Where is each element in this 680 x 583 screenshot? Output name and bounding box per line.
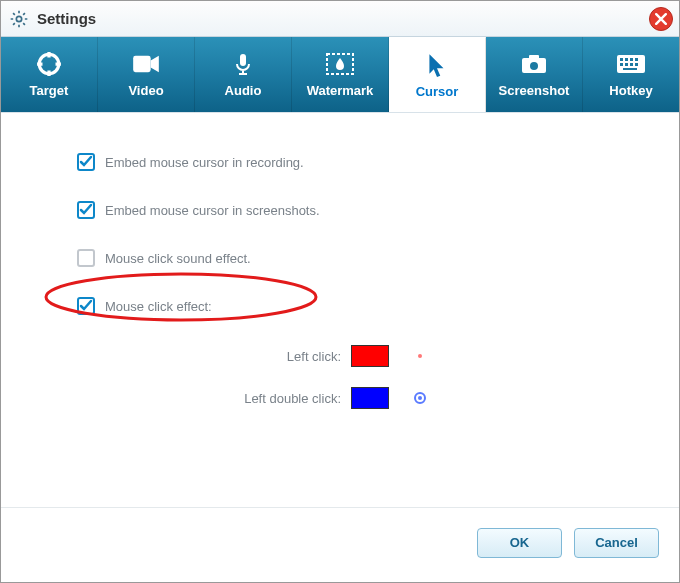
svg-rect-11 [630, 58, 633, 61]
svg-point-20 [418, 396, 422, 400]
tab-watermark[interactable]: Watermark [292, 37, 389, 112]
hotkey-icon [616, 51, 646, 77]
video-icon [131, 51, 161, 77]
window-title: Settings [37, 10, 96, 27]
svg-rect-17 [623, 68, 637, 70]
svg-rect-10 [625, 58, 628, 61]
cursor-settings-panel: Embed mouse cursor in recording. Embed m… [1, 112, 679, 507]
svg-rect-2 [133, 56, 151, 72]
tab-target[interactable]: Target [1, 37, 98, 112]
titlebar: Settings [1, 1, 679, 37]
tab-label: Hotkey [609, 83, 652, 98]
option-embed-recording: Embed mouse cursor in recording. [51, 153, 629, 171]
tab-label: Audio [225, 83, 262, 98]
svg-point-7 [530, 62, 538, 70]
tab-screenshot[interactable]: Screenshot [486, 37, 583, 112]
tab-label: Screenshot [499, 83, 570, 98]
svg-rect-9 [620, 58, 623, 61]
option-label: Mouse click sound effect. [105, 251, 251, 266]
tab-cursor[interactable]: Cursor [389, 37, 486, 112]
target-icon [34, 51, 64, 77]
close-button[interactable] [649, 7, 673, 31]
cancel-button[interactable]: Cancel [574, 528, 659, 558]
left-click-preview-dot [413, 349, 427, 363]
svg-point-18 [418, 354, 422, 358]
option-embed-screenshot: Embed mouse cursor in screenshots. [51, 201, 629, 219]
tab-label: Target [30, 83, 69, 98]
tab-label: Cursor [416, 84, 459, 99]
option-click-effect: Mouse click effect: [51, 297, 629, 315]
checkbox-click-effect[interactable] [77, 297, 95, 315]
audio-icon [228, 51, 258, 77]
left-double-click-label: Left double click: [121, 391, 351, 406]
svg-rect-12 [635, 58, 638, 61]
gear-icon [9, 9, 29, 29]
tab-label: Watermark [307, 83, 374, 98]
left-double-click-preview-dot [413, 391, 427, 405]
tab-hotkey[interactable]: Hotkey [583, 37, 679, 112]
tab-label: Video [128, 83, 163, 98]
tab-video[interactable]: Video [98, 37, 195, 112]
option-click-sound: Mouse click sound effect. [51, 249, 629, 267]
option-label: Mouse click effect: [105, 299, 212, 314]
tab-audio[interactable]: Audio [195, 37, 292, 112]
svg-point-0 [16, 16, 21, 21]
svg-rect-6 [529, 55, 539, 59]
dialog-footer: OK Cancel [1, 507, 679, 577]
cursor-icon [422, 52, 452, 78]
option-label: Embed mouse cursor in recording. [105, 155, 304, 170]
left-click-color-swatch[interactable] [351, 345, 389, 367]
settings-tabbar: Target Video Audio Watermark Cursor Scre… [1, 37, 679, 112]
ok-button[interactable]: OK [477, 528, 562, 558]
left-click-label: Left click: [121, 349, 351, 364]
svg-rect-3 [240, 54, 246, 66]
screenshot-icon [519, 51, 549, 77]
checkbox-embed-recording[interactable] [77, 153, 95, 171]
left-click-color-row: Left click: [121, 345, 629, 367]
checkbox-embed-screenshot[interactable] [77, 201, 95, 219]
left-double-click-color-row: Left double click: [121, 387, 629, 409]
left-double-click-color-swatch[interactable] [351, 387, 389, 409]
option-label: Embed mouse cursor in screenshots. [105, 203, 320, 218]
watermark-icon [325, 51, 355, 77]
svg-rect-15 [630, 63, 633, 66]
svg-rect-14 [625, 63, 628, 66]
svg-rect-13 [620, 63, 623, 66]
svg-rect-16 [635, 63, 638, 66]
checkbox-click-sound[interactable] [77, 249, 95, 267]
